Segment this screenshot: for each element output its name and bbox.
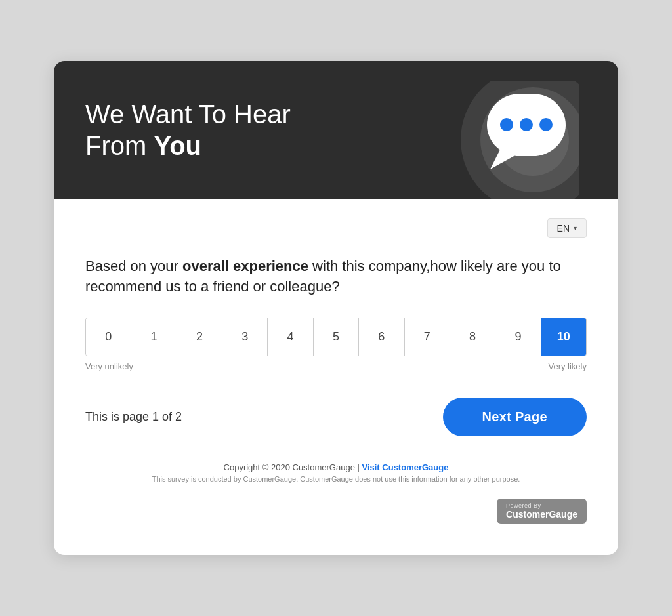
scale-item-6[interactable]: 6 bbox=[359, 318, 404, 356]
svg-point-5 bbox=[500, 118, 513, 131]
scale-item-8[interactable]: 8 bbox=[450, 318, 495, 356]
survey-question: Based on your overall experience with th… bbox=[85, 257, 587, 297]
next-page-button[interactable]: Next Page bbox=[443, 398, 587, 436]
scale-item-3[interactable]: 3 bbox=[222, 318, 268, 356]
scale-item-2[interactable]: 2 bbox=[177, 318, 222, 356]
header-title: We Want To Hear From You bbox=[85, 98, 291, 161]
svg-point-7 bbox=[539, 118, 553, 131]
language-selector[interactable]: EN ▾ bbox=[547, 218, 587, 238]
page-info: This is page 1 of 2 bbox=[85, 410, 182, 424]
visit-customergauge-link[interactable]: Visit CustomerGauge bbox=[362, 462, 448, 472]
nps-scale: 012345678910 Very unlikely Very likely bbox=[85, 318, 587, 371]
copyright-text: Copyright © 2020 CustomerGauge | bbox=[224, 462, 362, 472]
copyright-line2: This survey is conducted by CustomerGaug… bbox=[85, 475, 587, 483]
svg-point-6 bbox=[520, 118, 533, 131]
powered-by-name: CustomerGauge bbox=[506, 509, 578, 520]
question-text-bold: overall experience bbox=[182, 258, 308, 274]
copyright-line1: Copyright © 2020 CustomerGauge | Visit C… bbox=[85, 462, 587, 472]
survey-body: EN ▾ Based on your overall experience wi… bbox=[54, 199, 618, 556]
survey-header: We Want To Hear From You bbox=[54, 61, 618, 199]
language-label: EN bbox=[557, 223, 570, 234]
footer-row: This is page 1 of 2 Next Page bbox=[85, 398, 587, 436]
scale-row: 012345678910 bbox=[85, 318, 587, 356]
copyright-section: Copyright © 2020 CustomerGauge | Visit C… bbox=[85, 462, 587, 483]
survey-card: We Want To Hear From You bbox=[54, 61, 618, 556]
scale-item-10[interactable]: 10 bbox=[541, 318, 586, 356]
scale-labels: Very unlikely Very likely bbox=[85, 361, 587, 371]
question-text-before: Based on your bbox=[85, 258, 182, 274]
scale-item-1[interactable]: 1 bbox=[131, 318, 177, 356]
scale-item-5[interactable]: 5 bbox=[314, 318, 359, 356]
language-row: EN ▾ bbox=[85, 218, 587, 238]
header-title-line1: We Want To Hear bbox=[85, 100, 291, 129]
header-title-line2-prefix: From bbox=[85, 131, 154, 160]
chat-bubble-decoration bbox=[434, 81, 579, 199]
scale-item-7[interactable]: 7 bbox=[405, 318, 450, 356]
chevron-down-icon: ▾ bbox=[574, 224, 577, 232]
header-title-bold: You bbox=[154, 131, 201, 160]
scale-label-right: Very likely bbox=[548, 361, 587, 371]
scale-label-left: Very unlikely bbox=[85, 361, 133, 371]
powered-by-badge: Powered By CustomerGauge bbox=[497, 499, 587, 524]
scale-item-9[interactable]: 9 bbox=[495, 318, 541, 356]
scale-item-0[interactable]: 0 bbox=[86, 318, 131, 356]
scale-item-4[interactable]: 4 bbox=[268, 318, 313, 356]
powered-by-row: Powered By CustomerGauge bbox=[85, 499, 587, 531]
powered-by-label: Powered By bbox=[506, 503, 541, 509]
